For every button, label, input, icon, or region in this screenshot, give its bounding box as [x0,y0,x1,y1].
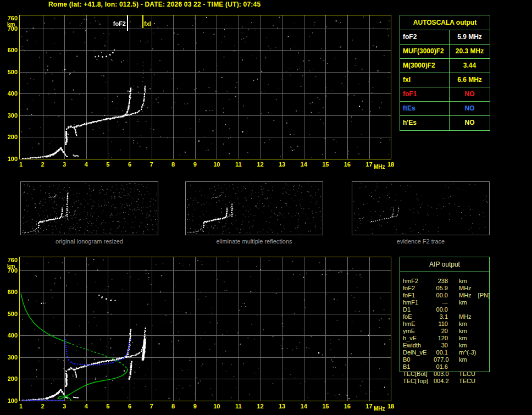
aip-row-unit: km [459,342,467,349]
aip-row-label: hmF1 [400,299,434,306]
aip-row-fof2: foF205.9MHz [400,285,498,292]
aip-row-label: h_vE [400,335,434,342]
aip-row-value: --- [434,299,448,306]
y-tick-label: 760 [2,15,18,21]
x-tick-label: 13 [275,161,289,168]
ionogram-canvas-top [20,15,391,159]
x-tick-label: 14 [297,403,311,410]
thumbnail-canvas-eliminate [186,182,323,235]
y-tick-label: 500 [2,311,18,317]
x-tick-label: 8 [167,161,180,168]
aip-row-value: 00.1 [434,349,448,356]
thumbnail-eliminate-reflections [185,181,323,235]
aip-row-unit: MHz [459,313,472,320]
x-tick-label: 16 [341,161,354,168]
x-tick-label: 12 [253,161,267,168]
thumbnail-evidence-f2 [352,181,490,235]
ionogram-canvas-bottom [20,257,391,401]
aip-row-value: 05.9 [434,285,448,292]
x-tick-label: 18 [384,403,397,410]
aip-row-label: ymE [400,328,434,335]
aip-row-unit: km [459,356,467,363]
aip-row-hve: h_vE120km [400,335,498,342]
autoscala-row-label: fxI [400,73,450,87]
aip-row-b1: B101.6 [400,363,498,370]
aip-row-value: 00.0 [434,292,448,299]
x-tick-label: 10 [210,403,223,410]
autoscala-row-fxi: fxI6.6 MHz [400,73,490,87]
aip-row-delnve: DelN_vE00.1m^(-3) [400,349,498,356]
aip-row-label: foF1 [400,292,434,299]
autoscala-row-fof2: foF25.9 MHz [400,30,490,45]
aip-row-label: B1 [400,363,434,370]
aip-table-header: AIP output [400,257,489,272]
x-tick-label: 3 [58,161,71,168]
aip-row-value: 01.6 [434,363,448,370]
aip-row-hmf2: hmF2238km [400,278,498,285]
x-tick-label: 10 [210,161,223,168]
x-tick-label: 9 [189,161,202,168]
aip-row-unit: MHz [459,292,472,299]
y-tick-label: 200 [2,134,18,140]
y-tick-label: 400 [2,332,18,339]
x-tick-label: 6 [123,161,136,168]
autoscala-row-value: 3.44 [450,59,490,73]
aip-row-label: foE [400,313,434,320]
y-axis-unit-label: km [7,21,15,27]
thumbnail-canvas-evidence [352,182,489,235]
aip-row-unit: TECU [459,378,475,385]
ionogram-plot-top [19,15,391,159]
x-tick-label: 5 [101,161,114,168]
y-tick-label: 300 [2,354,18,361]
x-tick-label: 8 [167,403,180,410]
x-tick-label: 13 [275,403,289,410]
aip-row-foe: foE3.1MHz [400,313,498,320]
aip-rows: hmF2238kmfoF205.9MHzfoF100.0MHz[PN]hmF1-… [400,278,498,385]
x-axis-unit-label: MHz [374,406,385,412]
aip-row-value: 004.2 [434,378,448,385]
autoscala-row-value: 20.3 MHz [450,45,490,58]
x-tick-label: 15 [319,403,332,410]
y-tick-label: 400 [2,90,18,97]
x-tick-label: 7 [145,403,158,410]
aip-row-value: 077.0 [434,356,448,363]
autoscala-row-label: ftEs [400,102,450,115]
autoscala-window: { "title": "Rome (lat: +41.8, lon: 012.5… [0,0,532,415]
autoscala-row-ftes: ftEsNO [400,102,490,116]
x-tick-label: 11 [232,403,245,410]
autoscala-row-hes: h'EsNO [400,116,490,130]
autoscala-row-value: NO [450,116,490,130]
x-tick-label: 5 [101,403,114,410]
x-tick-label: 3 [58,403,71,410]
x-tick-label: 18 [384,161,397,168]
x-tick-label: 7 [145,161,158,168]
autoscala-row-label: foF2 [400,30,450,44]
aip-row-label: foF2 [400,285,434,292]
y-tick-label: 100 [2,156,18,162]
y-tick-label: 760 [2,257,18,263]
autoscala-row-value: NO [450,102,490,115]
y-tick-label: 300 [2,112,18,119]
aip-row-value: 20 [434,328,448,335]
autoscala-row-label: MUF(3000)F2 [400,45,450,58]
aip-row-unit: km [459,335,467,342]
aip-row-tectop: TEC[Top]004.2TECU [400,378,498,385]
aip-row-unit: km [459,328,467,335]
x-tick-label: 16 [341,403,354,410]
x-tick-label: 6 [123,403,136,410]
aip-row-value: 238 [434,278,448,285]
aip-row-unit: TECU [459,370,475,378]
y-axis-unit-label: km [7,263,15,269]
aip-row-note: [PN] [478,292,490,299]
fxI-marker-label: fxI [144,20,151,27]
x-axis-unit-label: MHz [374,164,385,170]
x-tick-label: 14 [297,161,311,168]
aip-row-value: 003.0 [434,370,448,378]
aip-row-hme: hmE110km [400,320,498,328]
y-tick-label: 200 [2,375,18,382]
aip-row-label: DelN_vE [400,349,434,356]
thumbnail-original-ionogram [20,181,158,235]
aip-row-label: hmF2 [400,278,434,285]
thumbnail-caption-evidence: evidence F2 trace [352,238,490,245]
aip-row-label: Ewidth [400,342,434,349]
